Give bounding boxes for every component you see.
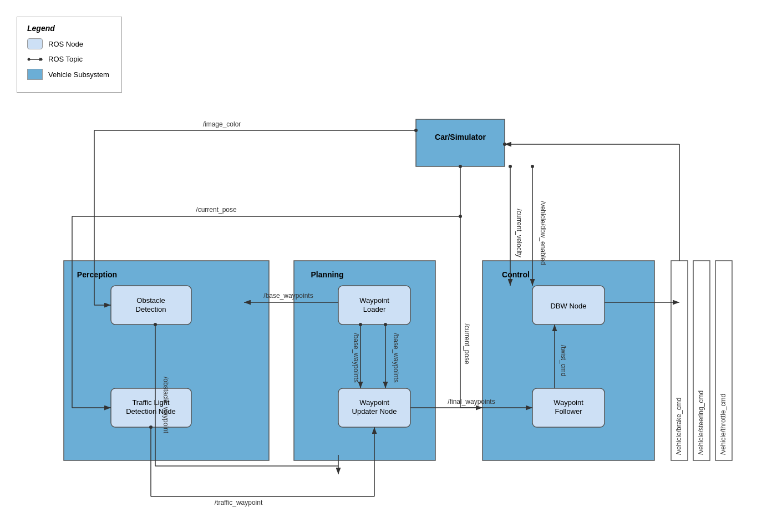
dbw-enabled-label: /vehicle/dbw_enabled	[539, 201, 547, 265]
traffic-wp-dot	[149, 425, 153, 429]
twist-cmd-label: /twist_cmd	[560, 345, 567, 377]
dbw-enabled-dot	[531, 165, 534, 168]
base-waypoints-v1-dot	[359, 323, 362, 326]
current-velocity-dot	[509, 165, 512, 168]
current-velocity-label: /current_velocity	[515, 209, 523, 257]
current-pose-dot1	[459, 165, 462, 168]
obstacle-detection-text2: Detection	[136, 305, 166, 313]
base-waypoints-h-label: /base_waypoints	[263, 292, 313, 300]
car-sim-dot1	[503, 143, 506, 146]
dbw-node-text: DBW Node	[550, 302, 586, 310]
obstacle-waypoint-label: /obstacle_waypoint	[162, 377, 170, 434]
final-waypoints-label: /final_waypoints	[448, 398, 495, 406]
waypoint-updater-text2: Updater Node	[352, 407, 397, 416]
car-simulator-label: Car/Simulator	[435, 133, 486, 141]
vehicle-brake-label: /vehicle/brake_cmd	[675, 398, 683, 455]
diagram-svg: Car/Simulator Perception Obstacle Detect…	[0, 0, 772, 532]
perception-label: Perception	[77, 270, 117, 279]
waypoint-updater-text1: Waypoint	[359, 398, 389, 407]
waypoint-loader-text1: Waypoint	[359, 296, 389, 305]
base-waypoints-v1-label: /base_waypoints	[352, 333, 360, 382]
image-color-dot	[414, 129, 418, 132]
car-simulator-bg	[416, 119, 505, 166]
current-pose-label: /current_pose	[196, 206, 237, 214]
control-label: Control	[502, 270, 530, 279]
obstacle-waypoint-dot	[154, 323, 157, 326]
image-color-label: /image_color	[203, 120, 241, 128]
vehicle-throttle-label: /vehicle/throttle_cmd	[719, 394, 727, 455]
current-pose-v-label: /current_pose	[463, 323, 471, 364]
waypoint-loader-text2: Loader	[363, 305, 386, 313]
traffic-wp-label: /traffic_waypoint	[215, 499, 263, 506]
waypoint-follower-text1: Waypoint	[553, 398, 583, 407]
vehicle-steering-label: /vehicle/steering_cmd	[697, 391, 705, 455]
planning-label: Planning	[311, 270, 343, 279]
base-waypoints-v2-label: /base_waypoints	[392, 333, 400, 382]
obstacle-detection-text1: Obstacle	[136, 296, 165, 305]
waypoint-follower-text2: Follower	[555, 407, 582, 416]
base-waypoints-v2-dot	[384, 323, 387, 326]
